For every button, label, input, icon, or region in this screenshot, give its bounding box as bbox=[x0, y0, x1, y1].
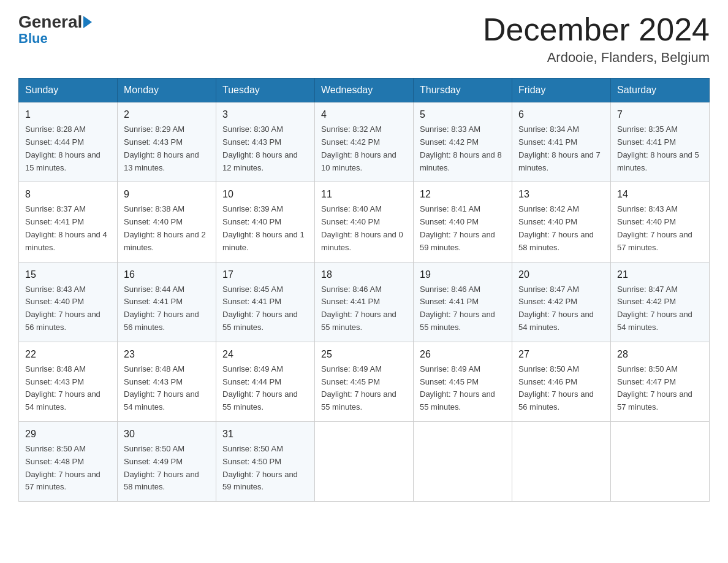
calendar-cell: 11 Sunrise: 8:40 AMSunset: 4:40 PMDaylig… bbox=[315, 182, 414, 262]
column-header-wednesday: Wednesday bbox=[315, 79, 414, 102]
calendar-cell: 5 Sunrise: 8:33 AMSunset: 4:42 PMDayligh… bbox=[414, 102, 512, 182]
day-info: Sunrise: 8:50 AMSunset: 4:48 PMDaylight:… bbox=[25, 444, 100, 491]
day-number: 9 bbox=[124, 187, 210, 202]
column-header-thursday: Thursday bbox=[414, 79, 512, 102]
day-number: 31 bbox=[222, 427, 308, 442]
logo-blue-text: Blue bbox=[18, 31, 48, 47]
day-number: 18 bbox=[321, 267, 407, 282]
column-header-saturday: Saturday bbox=[611, 79, 710, 102]
day-number: 28 bbox=[617, 347, 703, 362]
day-info: Sunrise: 8:49 AMSunset: 4:45 PMDaylight:… bbox=[321, 364, 396, 412]
day-info: Sunrise: 8:43 AMSunset: 4:40 PMDaylight:… bbox=[617, 204, 692, 251]
day-info: Sunrise: 8:49 AMSunset: 4:45 PMDaylight:… bbox=[420, 364, 495, 412]
day-info: Sunrise: 8:46 AMSunset: 4:41 PMDaylight:… bbox=[321, 285, 396, 332]
day-info: Sunrise: 8:48 AMSunset: 4:43 PMDaylight:… bbox=[124, 364, 199, 412]
day-info: Sunrise: 8:39 AMSunset: 4:40 PMDaylight:… bbox=[222, 204, 305, 251]
column-header-friday: Friday bbox=[512, 79, 611, 102]
day-info: Sunrise: 8:46 AMSunset: 4:41 PMDaylight:… bbox=[420, 285, 495, 332]
logo-arrow-icon bbox=[83, 16, 92, 28]
day-number: 25 bbox=[321, 347, 407, 362]
day-number: 8 bbox=[25, 187, 111, 202]
day-info: Sunrise: 8:50 AMSunset: 4:46 PMDaylight:… bbox=[518, 364, 594, 412]
day-number: 29 bbox=[25, 427, 111, 442]
title-area: December 2024 Ardooie, Flanders, Belgium bbox=[483, 12, 710, 66]
calendar-cell: 21 Sunrise: 8:47 AMSunset: 4:42 PMDaylig… bbox=[611, 262, 710, 342]
day-number: 22 bbox=[25, 347, 111, 362]
calendar-body: 1 Sunrise: 8:28 AMSunset: 4:44 PMDayligh… bbox=[19, 102, 710, 502]
calendar-cell: 19 Sunrise: 8:46 AMSunset: 4:41 PMDaylig… bbox=[414, 262, 512, 342]
day-number: 13 bbox=[518, 187, 604, 202]
day-info: Sunrise: 8:45 AMSunset: 4:41 PMDaylight:… bbox=[222, 285, 298, 332]
logo-general-text: General bbox=[18, 12, 82, 32]
page-header: General Blue December 2024 Ardooie, Flan… bbox=[18, 12, 710, 66]
calendar-cell bbox=[611, 421, 710, 501]
calendar-cell bbox=[414, 421, 512, 501]
day-info: Sunrise: 8:50 AMSunset: 4:47 PMDaylight:… bbox=[617, 364, 692, 412]
day-number: 17 bbox=[222, 267, 308, 282]
calendar-cell: 8 Sunrise: 8:37 AMSunset: 4:41 PMDayligh… bbox=[19, 182, 118, 262]
location-subtitle: Ardooie, Flanders, Belgium bbox=[483, 50, 710, 66]
month-title: December 2024 bbox=[483, 12, 710, 47]
day-number: 20 bbox=[518, 267, 604, 282]
calendar-cell: 26 Sunrise: 8:49 AMSunset: 4:45 PMDaylig… bbox=[414, 342, 512, 421]
day-info: Sunrise: 8:30 AMSunset: 4:43 PMDaylight:… bbox=[222, 124, 298, 172]
day-info: Sunrise: 8:29 AMSunset: 4:43 PMDaylight:… bbox=[124, 124, 199, 172]
day-info: Sunrise: 8:41 AMSunset: 4:40 PMDaylight:… bbox=[420, 204, 495, 251]
day-number: 1 bbox=[25, 107, 111, 122]
day-number: 21 bbox=[617, 267, 703, 282]
day-number: 7 bbox=[617, 107, 703, 122]
calendar-week-row: 22 Sunrise: 8:48 AMSunset: 4:43 PMDaylig… bbox=[19, 342, 710, 421]
calendar-header-row: SundayMondayTuesdayWednesdayThursdayFrid… bbox=[19, 79, 710, 102]
day-info: Sunrise: 8:34 AMSunset: 4:41 PMDaylight:… bbox=[518, 124, 601, 172]
day-info: Sunrise: 8:42 AMSunset: 4:40 PMDaylight:… bbox=[518, 204, 594, 251]
day-number: 24 bbox=[222, 347, 308, 362]
calendar-cell: 14 Sunrise: 8:43 AMSunset: 4:40 PMDaylig… bbox=[611, 182, 710, 262]
day-number: 11 bbox=[321, 187, 407, 202]
day-number: 14 bbox=[617, 187, 703, 202]
calendar-week-row: 1 Sunrise: 8:28 AMSunset: 4:44 PMDayligh… bbox=[19, 102, 710, 182]
calendar-cell: 25 Sunrise: 8:49 AMSunset: 4:45 PMDaylig… bbox=[315, 342, 414, 421]
day-number: 10 bbox=[222, 187, 308, 202]
day-info: Sunrise: 8:33 AMSunset: 4:42 PMDaylight:… bbox=[420, 124, 502, 172]
calendar-week-row: 15 Sunrise: 8:43 AMSunset: 4:40 PMDaylig… bbox=[19, 262, 710, 342]
calendar-cell bbox=[315, 421, 414, 501]
day-number: 6 bbox=[518, 107, 604, 122]
calendar-cell: 18 Sunrise: 8:46 AMSunset: 4:41 PMDaylig… bbox=[315, 262, 414, 342]
calendar-cell: 4 Sunrise: 8:32 AMSunset: 4:42 PMDayligh… bbox=[315, 102, 414, 182]
calendar-cell: 12 Sunrise: 8:41 AMSunset: 4:40 PMDaylig… bbox=[414, 182, 512, 262]
day-info: Sunrise: 8:32 AMSunset: 4:42 PMDaylight:… bbox=[321, 124, 396, 172]
day-info: Sunrise: 8:40 AMSunset: 4:40 PMDaylight:… bbox=[321, 204, 403, 251]
day-number: 12 bbox=[420, 187, 506, 202]
column-header-tuesday: Tuesday bbox=[216, 79, 315, 102]
day-number: 19 bbox=[420, 267, 506, 282]
calendar-cell: 23 Sunrise: 8:48 AMSunset: 4:43 PMDaylig… bbox=[118, 342, 216, 421]
day-number: 4 bbox=[321, 107, 407, 122]
calendar-cell: 22 Sunrise: 8:48 AMSunset: 4:43 PMDaylig… bbox=[19, 342, 118, 421]
calendar-cell: 15 Sunrise: 8:43 AMSunset: 4:40 PMDaylig… bbox=[19, 262, 118, 342]
calendar-cell: 10 Sunrise: 8:39 AMSunset: 4:40 PMDaylig… bbox=[216, 182, 315, 262]
day-number: 5 bbox=[420, 107, 506, 122]
day-info: Sunrise: 8:28 AMSunset: 4:44 PMDaylight:… bbox=[25, 124, 100, 172]
calendar-cell: 6 Sunrise: 8:34 AMSunset: 4:41 PMDayligh… bbox=[512, 102, 611, 182]
day-info: Sunrise: 8:44 AMSunset: 4:41 PMDaylight:… bbox=[124, 285, 199, 332]
calendar-cell: 7 Sunrise: 8:35 AMSunset: 4:41 PMDayligh… bbox=[611, 102, 710, 182]
column-header-sunday: Sunday bbox=[19, 79, 118, 102]
day-info: Sunrise: 8:47 AMSunset: 4:42 PMDaylight:… bbox=[617, 285, 692, 332]
calendar-cell: 28 Sunrise: 8:50 AMSunset: 4:47 PMDaylig… bbox=[611, 342, 710, 421]
logo-general: General bbox=[18, 12, 92, 32]
calendar-cell: 29 Sunrise: 8:50 AMSunset: 4:48 PMDaylig… bbox=[19, 421, 118, 501]
day-info: Sunrise: 8:37 AMSunset: 4:41 PMDaylight:… bbox=[25, 204, 107, 251]
calendar-week-row: 8 Sunrise: 8:37 AMSunset: 4:41 PMDayligh… bbox=[19, 182, 710, 262]
calendar-cell: 3 Sunrise: 8:30 AMSunset: 4:43 PMDayligh… bbox=[216, 102, 315, 182]
day-number: 23 bbox=[124, 347, 210, 362]
day-info: Sunrise: 8:47 AMSunset: 4:42 PMDaylight:… bbox=[518, 285, 594, 332]
day-info: Sunrise: 8:50 AMSunset: 4:50 PMDaylight:… bbox=[222, 444, 298, 491]
day-number: 3 bbox=[222, 107, 308, 122]
day-info: Sunrise: 8:35 AMSunset: 4:41 PMDaylight:… bbox=[617, 124, 699, 172]
calendar-cell: 20 Sunrise: 8:47 AMSunset: 4:42 PMDaylig… bbox=[512, 262, 611, 342]
column-header-monday: Monday bbox=[118, 79, 216, 102]
day-number: 30 bbox=[124, 427, 210, 442]
day-number: 2 bbox=[124, 107, 210, 122]
calendar-cell: 30 Sunrise: 8:50 AMSunset: 4:49 PMDaylig… bbox=[118, 421, 216, 501]
calendar-cell: 1 Sunrise: 8:28 AMSunset: 4:44 PMDayligh… bbox=[19, 102, 118, 182]
